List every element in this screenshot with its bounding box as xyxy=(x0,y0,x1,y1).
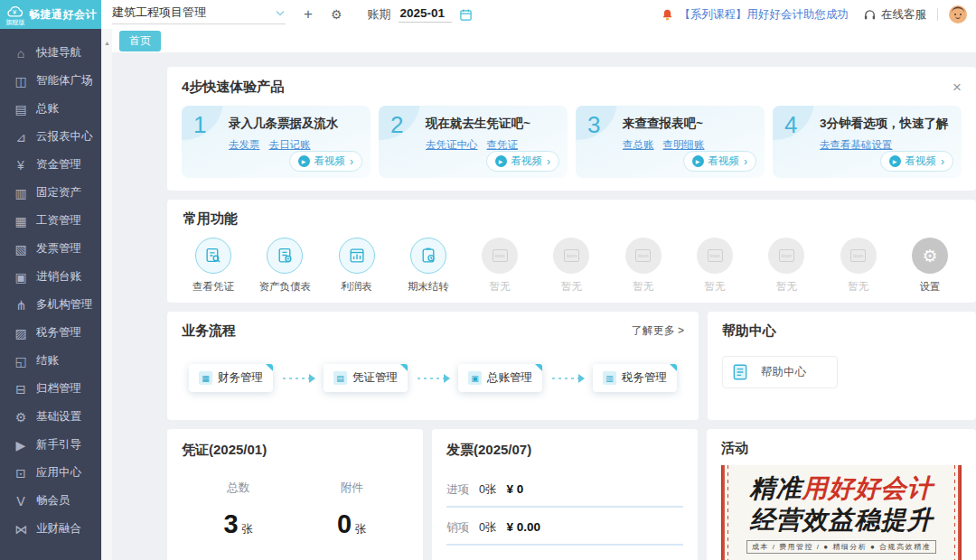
clipboard-clock-icon xyxy=(410,238,446,274)
play-icon: ▶ xyxy=(495,155,507,167)
sidebar-item-tax[interactable]: ▨税务管理 xyxy=(0,319,101,347)
func-balance-sheet[interactable]: 资产负债表 xyxy=(255,238,314,294)
sidebar-item-general-ledger[interactable]: ▤总账 xyxy=(0,95,101,123)
voucher-total-value: 3张 xyxy=(182,509,296,539)
help-center-button[interactable]: 帮助中心 xyxy=(722,356,838,388)
sidebar-item-archive[interactable]: ⊟归档管理 xyxy=(0,375,101,403)
sidebar-item-funds[interactable]: ¥资金管理 xyxy=(0,151,101,179)
divider xyxy=(446,544,683,546)
watch-video-button[interactable]: ▶ 看视频 › xyxy=(880,151,954,172)
sidebar-item-agent-plaza[interactable]: ◫智能体广场 xyxy=(0,67,101,95)
step-title: 来查查报表吧~ xyxy=(623,116,755,132)
watch-video-button[interactable]: ▶ 看视频 › xyxy=(486,151,560,172)
func-period-end-closing[interactable]: 期末结转 xyxy=(399,238,458,294)
workflow-node-finance[interactable]: ▦ 财务管理 xyxy=(189,364,273,392)
play-icon: ▶ xyxy=(298,155,310,167)
close-icon[interactable]: × xyxy=(953,79,962,95)
period-label: 账期 xyxy=(368,6,391,23)
edition-badge: 旗舰版 xyxy=(6,19,25,25)
step-links: 去凭证中心 查凭证 xyxy=(426,138,558,152)
workflow-node-voucher[interactable]: ▤ 凭证管理 xyxy=(324,364,408,392)
func-view-voucher[interactable]: 查看凭证 xyxy=(183,238,243,294)
headset-icon[interactable] xyxy=(863,8,877,22)
workflow-node-ledger[interactable]: ▣ 总账管理 xyxy=(458,364,542,392)
play-icon: ▶ xyxy=(692,155,704,167)
sidebar-item-payroll[interactable]: ▦工资管理 xyxy=(0,207,101,235)
step-links: 去查看基础设置 xyxy=(820,138,953,152)
func-profit-statement[interactable]: 利润表 xyxy=(327,238,387,294)
banner-footer-text: 成本 / 费用管控 / ● 精细分析 ● 合规高效精准 xyxy=(746,540,936,554)
middle-row: 业务流程 了解更多 > ▦ 财务管理 ▤ 凭证管理 ▣ 总账管理 xyxy=(167,312,976,420)
sidebar-item-membership[interactable]: Ⅴ畅会员 xyxy=(0,487,101,515)
learn-more-link[interactable]: 了解更多 > xyxy=(632,323,684,339)
vip-icon: Ⅴ xyxy=(14,495,28,508)
sidebar-item-business-finance[interactable]: ⋈业财融合 xyxy=(0,515,101,543)
func-empty-slot: icon 暂无 xyxy=(756,238,816,294)
workflow-panel: 业务流程 了解更多 > ▦ 财务管理 ▤ 凭证管理 ▣ 总账管理 xyxy=(167,312,699,420)
sidebar-item-invoice-mgmt[interactable]: ▧发票管理 xyxy=(0,235,101,263)
period-value[interactable]: 2025-01 xyxy=(399,6,453,23)
promo-banner[interactable]: 精准用好好会计 经营效益稳提升 成本 / 费用管控 / ● 精细分析 ● 合规高… xyxy=(721,465,962,560)
step-card-4: 4 3分钟看选项，快速了解 去查看基础设置 ▶ 看视频 › xyxy=(773,106,962,178)
link-go-daybook[interactable]: 去日记账 xyxy=(269,138,311,152)
sidebar-item-fixed-assets[interactable]: ▥固定资产 xyxy=(0,179,101,207)
link-voucher-center[interactable]: 去凭证中心 xyxy=(426,138,478,152)
settings-gear-icon[interactable]: ⚙ xyxy=(331,7,343,22)
step-number: 4 xyxy=(784,111,797,139)
sidebar-item-cloud-reports[interactable]: ⊿云报表中心 xyxy=(0,123,101,151)
voucher-icon: ▤ xyxy=(333,371,347,385)
step-links: 查总账 查明细账 xyxy=(623,138,755,152)
ledger-icon: ▣ xyxy=(468,371,482,385)
voucher-total-column: 总数 3张 xyxy=(182,481,296,539)
watch-video-button[interactable]: ▶ 看视频 › xyxy=(289,151,363,172)
tab-home[interactable]: 首页 xyxy=(119,31,161,51)
voucher-summary-panel: 凭证(2025/01) 总数 3张 附件 0张 xyxy=(167,429,423,560)
chevron-right-icon: › xyxy=(350,156,353,167)
step-card-1: 1 录入几条票据及流水 去发票 去日记账 ▶ 看视频 › xyxy=(182,106,371,178)
home-icon: ⌂ xyxy=(14,47,28,60)
func-empty-slot: icon 暂无 xyxy=(685,238,745,294)
sidebar-item-app-center[interactable]: ⊡应用中心 xyxy=(0,459,101,487)
banner-right-dashed-line xyxy=(954,465,955,560)
bell-icon[interactable] xyxy=(661,8,674,22)
func-settings[interactable]: ⚙ 设置 xyxy=(900,238,960,294)
play-icon: ▶ xyxy=(889,155,901,167)
payroll-icon: ▦ xyxy=(14,215,28,228)
voucher-search-icon xyxy=(195,238,231,274)
chart-icon: ⊿ xyxy=(14,131,28,144)
online-support-link[interactable]: 在线客服 xyxy=(881,7,926,23)
sidebar-item-closing[interactable]: ◱结账 xyxy=(0,347,101,375)
step-title: 3分钟看选项，快速了解 xyxy=(820,116,953,132)
app-logo[interactable]: ¥ 旗舰版 畅捷通好会计 xyxy=(0,0,101,29)
user-avatar[interactable] xyxy=(949,5,967,23)
quickstart-title: 4步快速体验产品 xyxy=(182,79,284,96)
notice-link[interactable]: 【系列课程】用好好会计助您成功 xyxy=(680,7,849,23)
add-account-set-button[interactable]: + xyxy=(304,5,313,23)
workflow-node-tax[interactable]: ▥ 税务管理 xyxy=(593,364,677,392)
link-basic-settings[interactable]: 去查看基础设置 xyxy=(820,138,893,152)
sidebar-item-quick-nav[interactable]: ⌂快捷导航 xyxy=(0,39,101,67)
banner-left-dashed-line xyxy=(727,465,728,560)
link-view-voucher[interactable]: 查凭证 xyxy=(487,138,519,152)
sidebar-scrollbar[interactable]: ▲ xyxy=(101,29,112,560)
banner-headline-2: 经营效益稳提升 xyxy=(734,504,949,536)
link-go-invoice[interactable]: 去发票 xyxy=(229,138,260,152)
dotted-arrow-icon xyxy=(418,378,448,379)
scroll-up-arrow-icon[interactable]: ▲ xyxy=(102,40,112,46)
sidebar-item-basic-settings[interactable]: ⚙基础设置 xyxy=(0,403,101,431)
sidebar-nav: ⌂快捷导航 ◫智能体广场 ▤总账 ⊿云报表中心 ¥资金管理 ▥固定资产 ▦工资管… xyxy=(0,29,101,543)
invoice-input-row: 进项 0张 ¥ 0 xyxy=(446,482,683,508)
func-empty-slot: icon 暂无 xyxy=(470,238,530,294)
calendar-icon[interactable] xyxy=(459,8,473,22)
account-set-select[interactable]: 建筑工程项目管理 xyxy=(112,5,286,24)
register-icon: ▣ xyxy=(14,271,28,284)
finance-icon: ▦ xyxy=(199,371,212,385)
sidebar-item-purchase-sales[interactable]: ▣进销台账 xyxy=(0,263,101,291)
sidebar-item-beginner-guide[interactable]: ▶新手引导 xyxy=(0,431,101,459)
sidebar-item-multi-org[interactable]: ⋔多机构管理 xyxy=(0,291,101,319)
link-subsidiary-ledger[interactable]: 查明细账 xyxy=(663,138,705,152)
dotted-arrow-icon xyxy=(283,378,314,379)
link-general-ledger[interactable]: 查总账 xyxy=(623,138,654,152)
watch-video-button[interactable]: ▶ 看视频 › xyxy=(683,151,757,172)
step-number: 1 xyxy=(193,111,206,139)
